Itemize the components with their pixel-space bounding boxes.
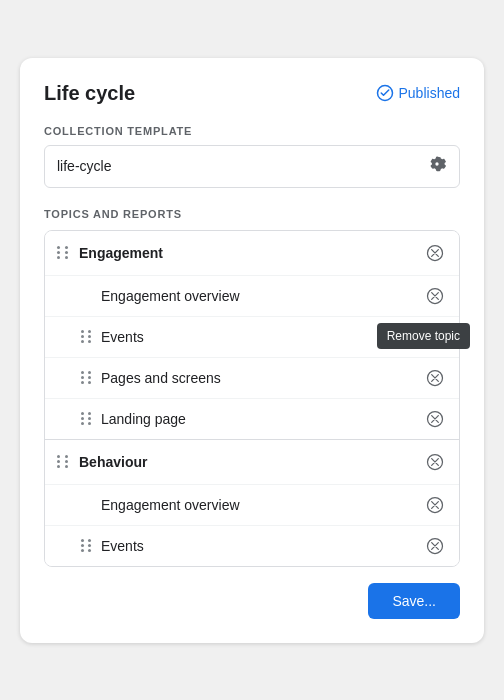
topic-group-behaviour: Behaviour Engagement overview [45, 440, 459, 566]
topics-container: Engagement Engagement overview [44, 230, 460, 567]
card-header: Life cycle Published [44, 82, 460, 105]
report-name: Events [101, 329, 144, 345]
remove-circle-icon [425, 452, 445, 472]
remove-circle-icon [425, 243, 445, 263]
topic-header-engagement: Engagement [45, 231, 459, 275]
collection-template-label: COLLECTION TEMPLATE [44, 125, 460, 137]
remove-report-pages-screens-button[interactable] [423, 366, 447, 390]
remove-report-engagement-overview-2-button[interactable] [423, 493, 447, 517]
report-name: Events [101, 538, 144, 554]
page-title: Life cycle [44, 82, 135, 105]
report-row-events-1: Events [45, 316, 459, 357]
remove-report-landing-page-button[interactable] [423, 407, 447, 431]
remove-report-events-2-button[interactable] [423, 534, 447, 558]
topic-name-engagement: Engagement [79, 245, 163, 261]
report-name: Engagement overview [81, 288, 240, 304]
published-check-icon [376, 84, 394, 102]
report-row-pages-screens: Pages and screens [45, 357, 459, 398]
template-value: life-cycle [57, 158, 111, 174]
topic-header-left: Engagement [57, 245, 163, 261]
topic-name-behaviour: Behaviour [79, 454, 147, 470]
report-name: Engagement overview [81, 497, 240, 513]
remove-topic-behaviour-button[interactable] [423, 450, 447, 474]
drag-handle-events-2[interactable] [81, 539, 93, 552]
drag-handle-events-1[interactable] [81, 330, 93, 343]
published-badge: Published [376, 84, 461, 102]
remove-circle-icon [425, 327, 445, 347]
remove-circle-icon [425, 495, 445, 515]
remove-circle-icon [425, 409, 445, 429]
collection-template-section: COLLECTION TEMPLATE life-cycle [44, 125, 460, 188]
topic-header-left: Behaviour [57, 454, 147, 470]
template-row: life-cycle [44, 145, 460, 188]
remove-report-events-1-button[interactable] [423, 325, 447, 349]
topic-group-engagement: Engagement Engagement overview [45, 231, 459, 440]
report-name: Landing page [101, 411, 186, 427]
drag-handle-behaviour[interactable] [57, 455, 71, 468]
topics-section-label: TOPICS AND REPORTS [44, 208, 460, 220]
drag-handle-engagement[interactable] [57, 246, 71, 259]
report-row-events-2: Events [45, 525, 459, 566]
published-label: Published [399, 85, 461, 101]
topics-reports-section: TOPICS AND REPORTS Engagement [44, 208, 460, 567]
remove-report-engagement-overview-1-button[interactable] [423, 284, 447, 308]
save-button[interactable]: Save... [368, 583, 460, 619]
main-card: Life cycle Published COLLECTION TEMPLATE… [20, 58, 484, 643]
footer: Save... [44, 583, 460, 619]
report-row-engagement-overview-2: Engagement overview [45, 484, 459, 525]
drag-handle-pages-screens[interactable] [81, 371, 93, 384]
remove-circle-icon [425, 368, 445, 388]
report-row-engagement-overview-1: Engagement overview [45, 275, 459, 316]
remove-circle-icon [425, 286, 445, 306]
settings-icon[interactable] [427, 154, 447, 179]
report-name: Pages and screens [101, 370, 221, 386]
topic-header-behaviour: Behaviour [45, 440, 459, 484]
remove-topic-engagement-button[interactable] [423, 241, 447, 265]
report-row-landing-page: Landing page [45, 398, 459, 439]
drag-handle-landing-page[interactable] [81, 412, 93, 425]
remove-circle-icon [425, 536, 445, 556]
